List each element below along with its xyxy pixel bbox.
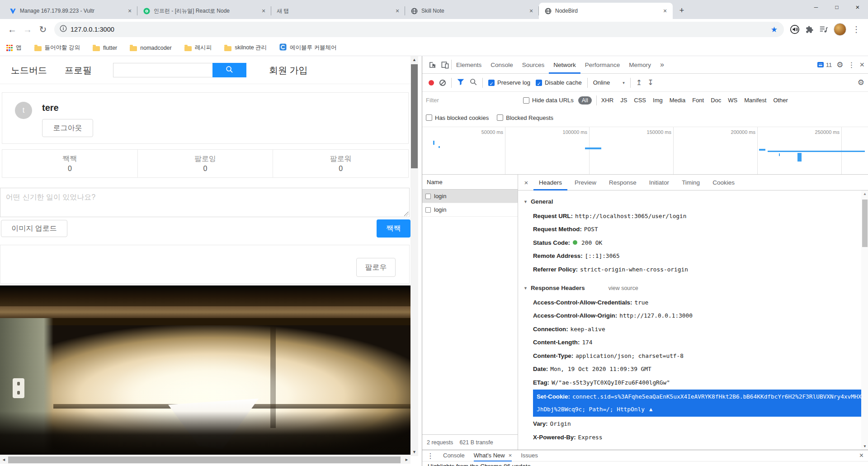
tweet-submit-button[interactable]: 짹짹 xyxy=(377,219,410,238)
network-settings-icon[interactable]: ⚙ xyxy=(858,78,864,87)
devtools-close-icon[interactable]: × xyxy=(859,60,864,70)
search-button[interactable] xyxy=(212,63,246,77)
details-scroll-thumb[interactable] xyxy=(862,200,868,247)
page-horizontal-scrollbar[interactable]: ◄ ► xyxy=(0,456,410,464)
minimize-button[interactable]: ─ xyxy=(806,0,826,15)
network-search-icon[interactable] xyxy=(470,78,477,87)
tweet-textarea[interactable] xyxy=(0,188,409,217)
request-row-login-selected[interactable]: login xyxy=(422,190,518,203)
response-headers-section-header[interactable]: ▼Response Headersview source xyxy=(524,281,861,296)
stat-followers[interactable]: 팔로워 0 xyxy=(273,150,408,177)
devtools-menu-icon[interactable]: ⋮ xyxy=(848,61,855,69)
disable-cache-checkbox[interactable]: ✓ xyxy=(536,80,542,86)
tab-new-tab[interactable]: 새 탭 × xyxy=(271,3,405,19)
search-input[interactable] xyxy=(113,63,212,77)
bookmark-folder-skilnote[interactable]: skilnote 관리 xyxy=(224,44,267,52)
drawer-tab-issues[interactable]: Issues xyxy=(521,450,538,461)
filter-type-all[interactable]: All xyxy=(578,96,592,105)
details-scrollbar[interactable]: ▲ ▼ xyxy=(861,190,868,450)
tab-nodebird-active[interactable]: NodeBird × xyxy=(539,3,673,19)
scroll-down-icon[interactable]: ▼ xyxy=(410,448,418,456)
filter-type-doc[interactable]: Doc xyxy=(711,97,721,104)
nav-brand-nodebird[interactable]: 노드버드 xyxy=(11,56,47,84)
tab-skill-note[interactable]: Skill Note × xyxy=(405,3,539,19)
filter-type-font[interactable]: Font xyxy=(692,97,704,104)
window-close-button[interactable]: × xyxy=(847,0,868,15)
import-har-icon[interactable]: ↥ xyxy=(636,78,642,87)
extensions-puzzle-icon[interactable] xyxy=(802,22,816,37)
address-bar[interactable]: 127.0.0.1:3000 ★ xyxy=(54,22,784,37)
devtools-tab-performance[interactable]: Performance xyxy=(580,56,624,74)
devtools-tab-console[interactable]: Console xyxy=(486,56,518,74)
stat-following[interactable]: 팔로잉 0 xyxy=(137,150,273,177)
textarea-resize-handle[interactable] xyxy=(404,212,409,216)
horizontal-scroll-thumb[interactable] xyxy=(8,456,401,463)
header-row-set-cookie[interactable]: Set-Cookie:connect.sid=s%3AFqhe5eaQaEnK5… xyxy=(524,390,861,417)
bookmark-folder-nomadcoder[interactable]: nomadcoder xyxy=(130,45,172,51)
reload-button[interactable]: ↻ xyxy=(35,22,51,37)
new-tab-button[interactable]: + xyxy=(675,5,688,17)
filter-type-img[interactable]: Img xyxy=(653,97,663,104)
tab-close-icon[interactable]: × xyxy=(661,7,669,14)
view-source-link[interactable]: view source xyxy=(609,285,638,291)
filter-funnel-icon[interactable] xyxy=(457,79,464,87)
back-button[interactable]: ← xyxy=(5,22,20,37)
maximize-button[interactable]: □ xyxy=(826,0,847,15)
request-checkbox[interactable] xyxy=(425,194,431,199)
page-vertical-scrollbar[interactable]: ▲ ▼ xyxy=(410,56,418,456)
request-list-header[interactable]: Name xyxy=(422,175,518,190)
filter-type-media[interactable]: Media xyxy=(670,97,685,104)
details-tab-initiator[interactable]: Initiator xyxy=(644,175,675,190)
audio-speaker-icon[interactable] xyxy=(788,22,802,37)
bookmark-folder-lectures[interactable]: 들어야할 강의 xyxy=(34,44,80,52)
filter-type-xhr[interactable]: XHR xyxy=(601,97,613,104)
details-tab-headers[interactable]: Headers xyxy=(533,175,567,190)
scroll-right-icon[interactable]: ► xyxy=(403,456,410,464)
devtools-settings-icon[interactable]: ⚙ xyxy=(836,60,843,70)
record-button[interactable] xyxy=(429,80,434,86)
tab-close-icon[interactable]: × xyxy=(527,7,535,14)
general-section-header[interactable]: ▼General xyxy=(524,195,861,209)
drawer-menu-icon[interactable]: ⋮ xyxy=(427,452,434,460)
more-tabs-icon[interactable]: » xyxy=(656,56,669,74)
filter-type-manifest[interactable]: Manifest xyxy=(744,97,766,104)
scroll-left-icon[interactable]: ◄ xyxy=(0,456,8,464)
bookmark-apps[interactable]: 앱 xyxy=(6,44,22,52)
filter-type-js[interactable]: JS xyxy=(620,97,627,104)
drawer-tab-close-icon[interactable]: × xyxy=(509,452,512,459)
hide-data-urls-checkbox[interactable] xyxy=(523,97,529,104)
nav-item-signup[interactable]: 회원 가입 xyxy=(269,56,308,84)
site-info-icon[interactable] xyxy=(60,25,67,34)
inspect-element-icon[interactable] xyxy=(426,58,439,71)
tab-close-icon[interactable]: × xyxy=(259,7,268,14)
drawer-tab-whats-new[interactable]: What's New × xyxy=(474,450,512,461)
network-filter-input[interactable] xyxy=(426,95,519,106)
details-tab-response[interactable]: Response xyxy=(604,175,642,190)
image-upload-button[interactable]: 이미지 업로드 xyxy=(1,220,67,237)
follow-button[interactable]: 팔로우 xyxy=(356,258,396,277)
devtools-tab-network[interactable]: Network xyxy=(549,56,580,74)
filter-type-css[interactable]: CSS xyxy=(634,97,646,104)
drawer-tab-console[interactable]: Console xyxy=(443,450,465,461)
filter-type-other[interactable]: Other xyxy=(773,97,788,104)
filter-type-ws[interactable]: WS xyxy=(728,97,737,104)
scroll-up-icon[interactable]: ▲ xyxy=(410,56,418,64)
forward-button[interactable]: → xyxy=(20,22,35,37)
browser-menu-icon[interactable]: ⋮ xyxy=(849,22,863,37)
media-list-icon[interactable] xyxy=(816,22,831,37)
logout-button[interactable]: 로그아웃 xyxy=(42,119,93,137)
request-checkbox[interactable] xyxy=(425,207,431,213)
devtools-tab-sources[interactable]: Sources xyxy=(518,56,549,74)
scroll-down-icon[interactable]: ▼ xyxy=(861,443,868,450)
request-row-login[interactable]: login xyxy=(422,203,518,217)
bookmark-star-icon[interactable]: ★ xyxy=(771,25,778,34)
export-har-icon[interactable]: ↧ xyxy=(647,78,653,87)
details-tab-preview[interactable]: Preview xyxy=(569,175,602,190)
device-toolbar-icon[interactable] xyxy=(439,58,451,71)
network-timeline-overview[interactable]: 50000 ms 100000 ms 150000 ms 200000 ms 2… xyxy=(422,127,868,175)
details-close-icon[interactable]: × xyxy=(521,179,532,186)
profile-avatar[interactable] xyxy=(834,23,846,36)
details-tab-timing[interactable]: Timing xyxy=(676,175,705,190)
bookmark-folder-recipe[interactable]: 레시피 xyxy=(184,44,212,52)
clear-network-log-icon[interactable] xyxy=(439,80,446,86)
